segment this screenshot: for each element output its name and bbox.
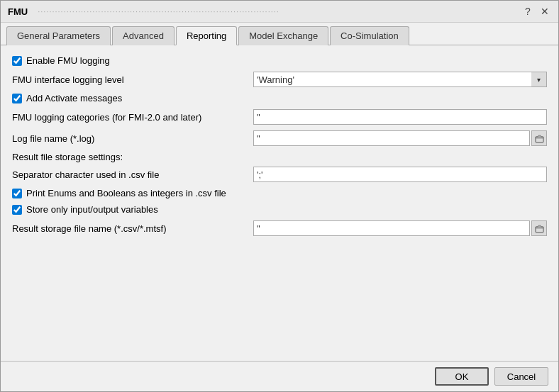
- dialog: FMU ····································…: [0, 0, 559, 392]
- log-file-browse-button[interactable]: [531, 130, 547, 146]
- add-activate-checkbox[interactable]: [12, 94, 22, 103]
- print-enums-label[interactable]: Print Enums and Booleans as integers in …: [26, 188, 226, 198]
- logging-level-control: 'Warning' ▾: [253, 72, 547, 87]
- close-button[interactable]: ✕: [538, 5, 551, 18]
- result-storage-section-label: Result file storage settings:: [12, 152, 547, 162]
- add-activate-row: Add Activate messages: [12, 93, 547, 103]
- content-area: Enable FMU logging FMU interface logging…: [1, 45, 558, 361]
- log-file-control: [253, 130, 547, 146]
- log-file-label: Log file name (*.log): [12, 133, 253, 144]
- result-storage-file-row: Result storage file name (*.csv/*.mtsf): [12, 220, 547, 236]
- tab-bar: General Parameters Advanced Reporting Mo…: [1, 23, 558, 45]
- footer: OK Cancel: [1, 361, 558, 391]
- logging-level-select[interactable]: 'Warning': [253, 72, 547, 87]
- store-only-checkbox[interactable]: [12, 205, 22, 215]
- tab-advanced[interactable]: Advanced: [112, 26, 175, 45]
- browse-icon: [535, 134, 544, 143]
- result-storage-browse-button[interactable]: [531, 220, 547, 236]
- browse-icon-2: [535, 224, 544, 233]
- ok-button[interactable]: OK: [435, 367, 489, 386]
- cancel-button[interactable]: Cancel: [494, 367, 548, 386]
- logging-categories-control: [253, 109, 547, 125]
- log-file-input[interactable]: [253, 130, 530, 146]
- separator-row: Separator character used in .csv file: [12, 167, 547, 182]
- separator-label: Separator character used in .csv file: [12, 169, 253, 180]
- logging-level-label: FMU interface logging level: [12, 74, 253, 85]
- enable-fmu-logging-row: Enable FMU logging: [12, 55, 547, 66]
- title-bar-right: ? ✕: [521, 5, 551, 18]
- separator-input[interactable]: [253, 167, 547, 182]
- separator-control: [253, 167, 547, 182]
- title-bar-left: FMU ····································…: [8, 6, 284, 17]
- tab-model-exchange[interactable]: Model Exchange: [238, 26, 328, 45]
- result-storage-file-input[interactable]: [253, 220, 530, 236]
- logging-level-row: FMU interface logging level 'Warning' ▾: [12, 72, 547, 87]
- dialog-title: FMU: [8, 6, 28, 17]
- result-storage-file-label: Result storage file name (*.csv/*.mtsf): [12, 223, 253, 234]
- logging-level-select-wrap: 'Warning' ▾: [253, 72, 547, 87]
- enable-fmu-logging-label[interactable]: Enable FMU logging: [26, 55, 110, 66]
- print-enums-row: Print Enums and Booleans as integers in …: [12, 188, 547, 198]
- enable-fmu-logging-checkbox[interactable]: [12, 56, 22, 66]
- result-storage-file-control: [253, 220, 547, 236]
- title-bar: FMU ····································…: [1, 1, 558, 23]
- help-button[interactable]: ?: [521, 5, 534, 18]
- logging-categories-input[interactable]: [253, 109, 547, 125]
- tab-reporting[interactable]: Reporting: [176, 26, 237, 45]
- tab-general-parameters[interactable]: General Parameters: [6, 26, 111, 45]
- print-enums-checkbox[interactable]: [12, 189, 22, 198]
- logging-categories-row: FMU logging categories (for FMI-2.0 and …: [12, 109, 547, 125]
- store-only-row: Store only input/output variables: [12, 204, 547, 215]
- logging-categories-label: FMU logging categories (for FMI-2.0 and …: [12, 112, 253, 123]
- store-only-label[interactable]: Store only input/output variables: [26, 204, 158, 215]
- log-file-row: Log file name (*.log): [12, 130, 547, 146]
- tab-co-simulation[interactable]: Co-Simulation: [330, 26, 409, 45]
- title-dots: ········································…: [38, 7, 280, 16]
- add-activate-label[interactable]: Add Activate messages: [26, 93, 122, 103]
